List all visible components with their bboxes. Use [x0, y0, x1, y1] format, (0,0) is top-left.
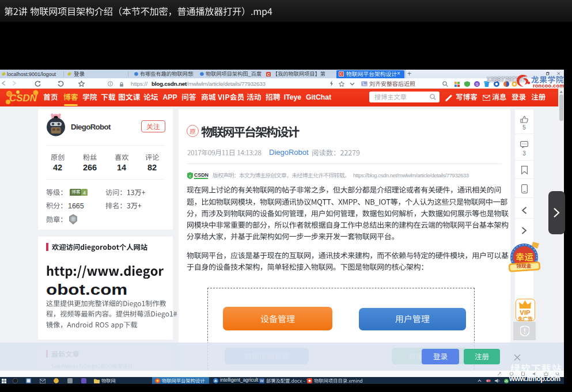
svg-text:4: 4 [83, 189, 86, 195]
svg-text:W: W [260, 379, 264, 383]
svg-text:S: S [475, 82, 478, 87]
svg-text:CSDN: CSDN [9, 93, 37, 104]
svg-text:C: C [267, 73, 270, 77]
svg-text:c: c [189, 174, 191, 178]
svg-text:C: C [340, 72, 343, 76]
